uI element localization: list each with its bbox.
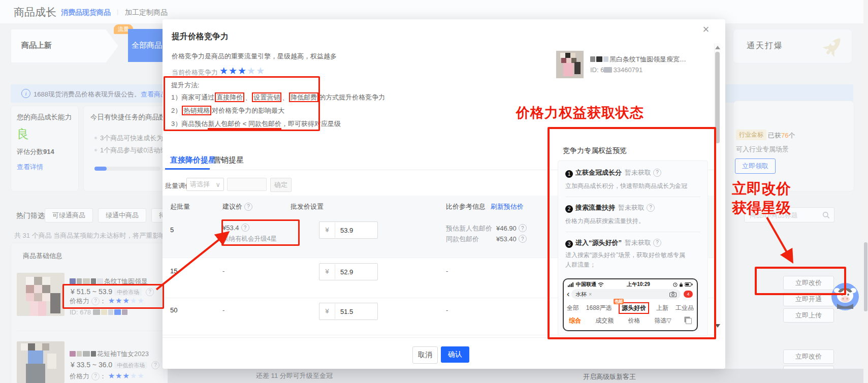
modal-scrollbar-thumb[interactable]	[715, 52, 720, 143]
phone-tab-all[interactable]: 全部	[567, 304, 579, 312]
current-power-stars: ★★★★★	[219, 65, 265, 77]
method-underlined-condition: 新人包邮价 < 同款包邮价	[208, 120, 281, 130]
refresh-estimate-link[interactable]: 刷新预估价	[491, 203, 524, 210]
page-scrollbar-thumb[interactable]	[864, 242, 867, 311]
row1-price-input[interactable]: ¥	[319, 221, 378, 239]
modal-intro: 价格竞争力是商品的重要流量引擎，星级越高，权益越多	[172, 52, 337, 61]
sort-comprehensive[interactable]: 综合	[569, 316, 581, 325]
panel-divider	[565, 232, 700, 232]
censored-blur	[596, 56, 602, 62]
scroll-up-icon[interactable]	[715, 46, 720, 49]
modal-product-id-prefix: ID: 6	[590, 66, 604, 74]
current-power-label: 当前价格竞争力	[172, 68, 218, 77]
sort-price[interactable]: 价格	[628, 316, 640, 325]
phone-search-row: ‹ 水杯× 4	[564, 288, 697, 299]
question-icon[interactable]: ?	[653, 169, 661, 177]
tab-marketing-star[interactable]: 营销提星	[213, 155, 244, 165]
row2-qty: 15	[170, 267, 177, 275]
phone-tab-label: 源头好价	[622, 304, 646, 311]
methods-title: 提升方法:	[171, 81, 200, 90]
question-icon[interactable]: ?	[519, 235, 527, 243]
page-scrollbar[interactable]	[863, 0, 868, 383]
phone-tab-source-good-price[interactable]: 包邮源头好价	[619, 302, 649, 314]
cancel-button[interactable]: 取消	[412, 346, 438, 364]
row1-suggest-price: ¥53.4?	[222, 224, 249, 232]
close-icon[interactable]: ×	[700, 23, 712, 36]
sort-filter[interactable]: 筛选▽	[655, 316, 671, 325]
item-number-badge: 2	[565, 205, 573, 213]
phone-tab-new[interactable]: 上新	[656, 304, 668, 312]
grid-view-icon[interactable]	[686, 318, 692, 324]
col-min-qty: 起批量	[170, 202, 190, 211]
censored-blur	[590, 56, 595, 62]
screenshot-root: 商品成长 消费品现货商品 | 加工定制商品 商品上新 流量 全部商品 通天打爆 …	[0, 0, 868, 383]
method-keyword-lower-shipping: 降低邮费	[289, 92, 318, 102]
row2-price-input[interactable]: ¥	[319, 263, 378, 280]
phone-status-bar: 中国联通 上午10:29	[564, 279, 697, 288]
footer-right-text: 开启高级版新客王	[583, 372, 636, 381]
battery-icon	[685, 282, 693, 286]
phone-search-pill[interactable]: 水杯×	[571, 289, 681, 299]
wholesale-price-input[interactable]	[335, 268, 377, 276]
method-text: 、	[282, 93, 288, 101]
phone-status-right	[673, 282, 693, 287]
col-suggest-price: 建议价?	[222, 202, 252, 211]
confirm-button[interactable]: 确认	[441, 346, 469, 363]
method-line-2: 2）热销规格对价格竞争力的影响最大	[171, 106, 284, 115]
search-term: 水杯	[575, 291, 587, 298]
method-keyword-marketing: 设置营销	[252, 92, 281, 102]
ref-newuser-label: 预估新人包邮价	[446, 224, 492, 233]
method-line-3: 3）商品预估新人包邮价 < 同款包邮价，即可获得对应星级	[171, 119, 341, 129]
currency-prefix: ¥	[319, 222, 335, 238]
modal-product-title-text: 黑白条纹T恤圆领显瘦宽…	[609, 55, 686, 63]
phone-tab-industrial[interactable]: 工业品	[676, 304, 694, 312]
rights-item-1: 1立获金冠成长分暂未获取? 立加商品成长积分，快速帮助商品成长为金冠	[565, 168, 700, 190]
sort-volume[interactable]: 成交额	[595, 316, 614, 325]
wholesale-price-input[interactable]	[335, 307, 377, 316]
row3-price-input[interactable]: ¥	[319, 303, 378, 320]
batch-value-input[interactable]	[227, 178, 267, 191]
method-text: 2）	[171, 107, 181, 114]
censored-blur	[603, 56, 608, 62]
question-icon[interactable]: ?	[647, 204, 655, 212]
rights-item-desc: 价格力商品获搜索流量扶持。	[565, 217, 700, 226]
modal-product-image	[556, 51, 584, 78]
message-count-badge[interactable]: 4	[684, 291, 693, 298]
batch-confirm-button[interactable]: 确定	[270, 178, 292, 192]
row2-ref: -	[446, 267, 448, 275]
back-chevron-icon[interactable]: ‹	[567, 290, 569, 299]
rights-item-2: 2搜索流量扶持暂未获取? 价格力商品获搜索流量扶持。	[565, 203, 700, 226]
phone-tab-1688-select[interactable]: 1688严选	[586, 304, 612, 312]
method-keyword-direct-discount: 直接降价	[215, 92, 244, 102]
question-icon[interactable]: ?	[519, 224, 527, 232]
rights-item-name: 搜索流量扶持	[575, 204, 615, 211]
camera-icon[interactable]	[669, 292, 677, 297]
tab-direct-discount[interactable]: 直接降价提星	[170, 155, 216, 165]
clear-icon[interactable]: ×	[589, 292, 592, 297]
ref-same-label: 同款包邮价	[446, 235, 479, 244]
rights-item-3: 3进入“源头好价”暂未获取? 进入搜索“源头好价”场景，获取好价敏感专属 人群流…	[565, 238, 700, 269]
method-text: 1）商家可通过	[171, 93, 214, 101]
batch-select[interactable]: 请选择∨	[186, 178, 224, 191]
row1-qty: 5	[170, 226, 174, 234]
stars-filled: ★★★	[219, 66, 247, 76]
phone-sort-row: 综合 成交额 价格 筛选▽	[564, 314, 697, 325]
signal-icon	[568, 282, 574, 287]
method-text: 的方式提升价格竞争力	[319, 93, 385, 101]
wholesale-price-input[interactable]	[335, 226, 377, 235]
question-icon[interactable]: ?	[244, 203, 252, 211]
rights-item-status: 暂未获取	[618, 204, 645, 211]
scroll-down-icon[interactable]	[715, 324, 720, 328]
ref-value: ¥53.40	[496, 235, 517, 243]
modal-footer-divider	[163, 337, 715, 338]
phone-mockup: 中国联通 上午10:29 ‹ 水杯× 4	[563, 278, 698, 331]
row2-suggest-price: -	[222, 267, 224, 275]
question-icon[interactable]: ?	[653, 239, 661, 247]
upgrade-hint-text: 还差 11 分即可升级至金冠	[256, 371, 333, 380]
modal-product-id: ID: 633460791	[590, 66, 642, 74]
question-icon[interactable]: ?	[241, 224, 249, 232]
phone-status-left: 中国联通	[568, 281, 604, 288]
free-shipping-badge: 包邮	[614, 299, 624, 304]
rights-item-status: 暂未获取	[625, 169, 651, 176]
method-text: 、	[245, 93, 251, 101]
